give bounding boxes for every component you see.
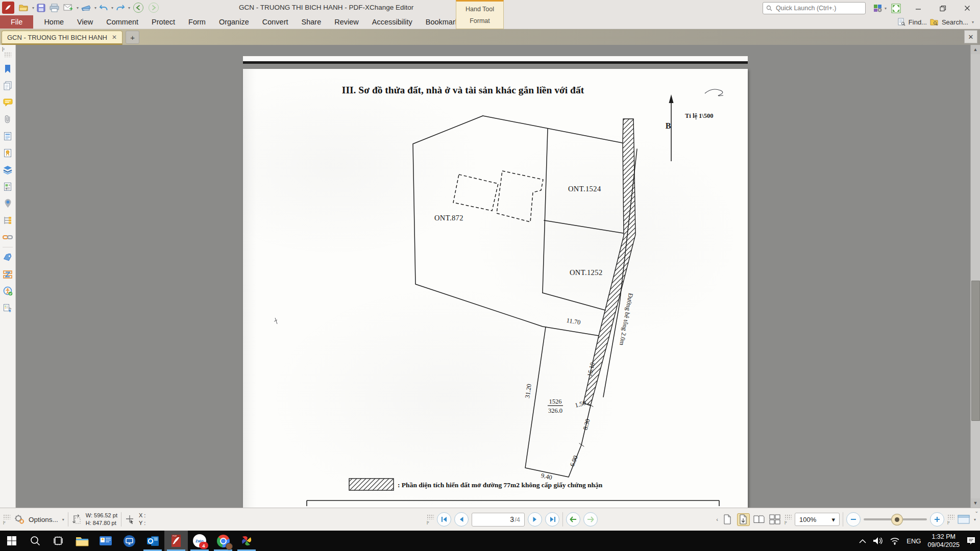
menu-file[interactable]: File [0, 15, 33, 29]
close-button[interactable] [960, 2, 975, 14]
drag-handle-icon[interactable] [785, 514, 792, 519]
pdf-page[interactable]: III. Sơ đồ thửa đất, nhà ở và tài sản kh… [243, 69, 748, 508]
layers-panel-icon[interactable] [2, 164, 14, 176]
start-button[interactable] [0, 531, 23, 551]
tab-close-icon[interactable]: ✕ [112, 34, 117, 41]
menu-view[interactable]: View [70, 16, 100, 28]
print-button[interactable] [48, 1, 61, 14]
fields-panel-icon[interactable] [2, 130, 14, 142]
menu-accessibility[interactable]: Accessibility [365, 16, 419, 28]
content-panel-icon[interactable]: T [2, 181, 14, 193]
quick-launch-input[interactable] [775, 4, 853, 12]
tags-panel-icon[interactable] [2, 252, 14, 264]
caret-down-icon[interactable]: ▾ [972, 20, 974, 24]
hidden-icons-chevron[interactable] [859, 539, 866, 543]
collapse-panel-icon[interactable]: |‹ [0, 46, 5, 52]
menu-protect[interactable]: Protect [145, 16, 182, 28]
outlook-button[interactable] [141, 531, 164, 551]
last-page-button[interactable] [545, 512, 559, 527]
action-center-icon[interactable] [966, 536, 976, 545]
continuous-view-button[interactable] [737, 513, 750, 526]
tab-gcn-document[interactable]: GCN - TRUONG THI BICH HANH ✕ [2, 31, 122, 45]
collapse-toolbar-icon[interactable]: |‹ [785, 520, 787, 524]
accessibility-check-panel-icon[interactable] [2, 285, 14, 297]
two-page-continuous-view-button[interactable] [769, 513, 781, 526]
previous-page-button[interactable] [454, 512, 469, 527]
drag-handle-icon[interactable] [4, 52, 11, 57]
tab-row-close-button[interactable]: ✕ [964, 30, 977, 43]
nav-forward-button[interactable] [146, 1, 161, 14]
email-button[interactable] [62, 1, 75, 14]
chevron-left-icon[interactable]: ‹ [716, 516, 718, 522]
minimize-button[interactable] [911, 2, 926, 14]
comments-panel-icon[interactable] [2, 96, 14, 109]
scan-button[interactable] [80, 1, 93, 14]
caret-down-icon[interactable]: ▾ [885, 6, 887, 11]
signatures-panel-icon[interactable] [2, 147, 14, 159]
caret-down-icon[interactable]: ▾ [77, 6, 79, 10]
collapse-toolbar-icon[interactable]: |‹ [427, 520, 429, 524]
attachments-panel-icon[interactable] [2, 113, 14, 126]
search-button[interactable]: Search... [942, 18, 968, 26]
links-panel-icon[interactable] [2, 231, 14, 243]
zoom-level-select[interactable]: 100% ▾ [795, 513, 840, 526]
restore-button[interactable] [935, 2, 950, 14]
save-button[interactable] [35, 1, 47, 14]
scroll-up-button[interactable]: ▲ [971, 45, 980, 54]
bookmarks-panel-icon[interactable] [2, 63, 14, 75]
new-tab-button[interactable]: + [126, 31, 139, 44]
caret-down-icon[interactable]: ▾ [62, 517, 64, 522]
id-card-app-button[interactable] [94, 531, 117, 551]
drag-handle-icon[interactable] [427, 514, 434, 519]
photos-app-button[interactable] [235, 531, 258, 551]
menu-organize[interactable]: Organize [212, 16, 256, 28]
fullscreen-icon[interactable] [890, 2, 902, 15]
caret-down-icon[interactable]: ▾ [111, 6, 113, 10]
caret-down-icon[interactable]: ▾ [32, 6, 34, 10]
zoom-out-button[interactable] [846, 512, 861, 527]
scroll-down-button[interactable]: ▼ [971, 498, 980, 508]
task-view-button[interactable] [47, 531, 70, 551]
taskbar-search-button[interactable] [23, 531, 47, 551]
next-view-button[interactable] [583, 512, 598, 527]
ui-customize-icon[interactable] [872, 2, 884, 15]
caret-down-icon[interactable]: ▾ [94, 6, 96, 10]
chrome-button[interactable] [211, 531, 235, 551]
redo-button[interactable] [114, 1, 127, 14]
two-page-view-button[interactable] [753, 513, 766, 526]
single-page-view-button[interactable] [721, 513, 734, 526]
page-viewport[interactable]: III. Sơ đồ thửa đất, nhà ở và tài sản kh… [16, 45, 970, 508]
wifi-icon[interactable] [890, 537, 900, 545]
caret-down-icon[interactable]: ▾ [974, 517, 976, 522]
options-button[interactable]: Options... [29, 516, 58, 523]
hand-tool-format-indicator[interactable]: Hand Tool Format [456, 0, 504, 29]
thumbnails-panel-icon[interactable] [2, 80, 14, 92]
collapse-toolbar-icon[interactable]: |‹ [947, 520, 950, 524]
undo-button[interactable] [97, 1, 110, 14]
menu-form[interactable]: Form [182, 16, 212, 28]
order-panel-icon[interactable] [2, 268, 14, 281]
remote-desktop-app-button[interactable] [117, 531, 141, 551]
quick-launch-box[interactable] [763, 2, 866, 14]
file-explorer-button[interactable] [70, 531, 94, 551]
pdf-xchange-taskbar-button[interactable]: PDF [164, 531, 188, 551]
open-file-button[interactable] [17, 1, 31, 14]
previous-view-button[interactable] [566, 512, 580, 527]
caret-down-icon[interactable]: ▾ [128, 6, 130, 10]
language-indicator[interactable]: ENG [906, 537, 921, 545]
menu-share[interactable]: Share [295, 16, 328, 28]
next-page-button[interactable] [528, 512, 542, 527]
page-view-mode-button[interactable] [958, 513, 970, 526]
collapse-toolbar-icon[interactable]: |‹ [3, 520, 6, 524]
drag-handle-icon[interactable] [3, 514, 10, 519]
zoom-slider-knob[interactable] [892, 514, 902, 525]
first-page-button[interactable] [437, 512, 451, 527]
drag-handle-icon[interactable] [947, 514, 954, 519]
accessibility-report-panel-icon[interactable] [2, 302, 14, 314]
page-number-field[interactable]: 3 /4 [472, 513, 525, 527]
taskbar-clock[interactable]: 1:32 PM 09/04/2025 [927, 533, 960, 549]
menu-comment[interactable]: Comment [100, 16, 145, 28]
volume-icon[interactable] [873, 537, 883, 545]
find-button[interactable]: Find... [909, 18, 927, 26]
menu-home[interactable]: Home [37, 16, 70, 28]
